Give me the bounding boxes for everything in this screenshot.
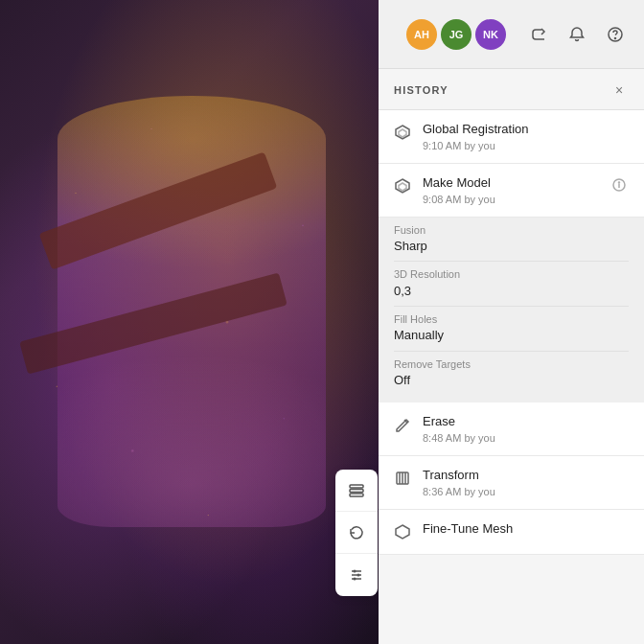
fill-holes-label: Fill Holes — [394, 312, 629, 327]
erase-icon — [394, 416, 413, 435]
chat-button[interactable] — [335, 470, 378, 512]
3d-viewport — [0, 0, 379, 644]
bell-icon[interactable] — [564, 21, 590, 48]
svg-marker-22 — [396, 525, 409, 539]
global-registration-subtitle: 9:10 AM by you — [423, 140, 629, 151]
transform-icon — [394, 470, 413, 489]
detail-fill-holes: Fill Holes Manually — [394, 307, 629, 352]
history-button[interactable] — [335, 512, 378, 554]
history-item-global-registration[interactable]: Global Registration 9:10 AM by you — [379, 110, 644, 164]
make-model-content: Make Model 9:08 AM by you — [423, 175, 600, 205]
erase-title: Erase — [423, 414, 629, 430]
fill-holes-value: Manually — [394, 327, 629, 344]
erase-content: Erase 8:48 AM by you — [423, 414, 629, 444]
history-item-make-model[interactable]: Make Model 9:08 AM by you — [379, 164, 644, 218]
svg-point-10 — [615, 37, 616, 38]
make-model-details: Fusion Sharp 3D Resolution 0,3 Fill Hole… — [379, 218, 644, 402]
header-bar: AH JG NK — [379, 0, 644, 69]
fusion-label: Fusion — [394, 223, 629, 238]
global-registration-icon — [394, 124, 413, 143]
help-icon[interactable] — [602, 21, 629, 48]
make-model-info-icon[interactable] — [610, 175, 629, 195]
3d-resolution-label: 3D Resolution — [394, 267, 629, 282]
transform-subtitle: 8:36 AM by you — [423, 486, 629, 497]
detail-3d-resolution: 3D Resolution 0,3 — [394, 262, 629, 307]
history-header: HISTORY × — [379, 69, 644, 110]
remove-targets-label: Remove Targets — [394, 357, 629, 372]
svg-point-7 — [357, 574, 360, 577]
global-registration-content: Global Registration 9:10 AM by you — [423, 122, 629, 151]
detail-remove-targets: Remove Targets Off — [394, 352, 629, 396]
fine-tune-mesh-icon — [394, 523, 413, 542]
avatar-nk[interactable]: NK — [475, 19, 506, 50]
make-model-subtitle: 9:08 AM by you — [423, 194, 600, 205]
fine-tune-mesh-content: Fine-Tune Mesh — [423, 521, 629, 538]
avatar-group: AH JG NK — [406, 19, 506, 50]
svg-point-8 — [354, 578, 356, 581]
svg-marker-12 — [399, 129, 406, 137]
history-panel: HISTORY × Global Registration 9:10 AM by… — [379, 69, 644, 644]
sliders-button[interactable] — [335, 554, 378, 596]
history-title: HISTORY — [394, 84, 448, 96]
avatar-jg[interactable]: JG — [441, 19, 472, 50]
close-button[interactable]: × — [610, 80, 629, 100]
fine-tune-mesh-title: Fine-Tune Mesh — [423, 521, 629, 538]
3d-resolution-value: 0,3 — [394, 283, 629, 300]
svg-marker-14 — [399, 183, 406, 191]
make-model-icon — [394, 177, 413, 196]
global-registration-title: Global Registration — [423, 122, 629, 138]
avatar-ah[interactable]: AH — [406, 19, 437, 50]
history-item-erase[interactable]: Erase 8:48 AM by you — [379, 402, 644, 456]
remove-targets-value: Off — [394, 372, 629, 389]
history-item-transform[interactable]: Transform 8:36 AM by you — [379, 456, 644, 510]
erase-subtitle: 8:48 AM by you — [423, 432, 629, 444]
svg-point-17 — [619, 182, 620, 183]
transform-title: Transform — [423, 468, 629, 484]
left-toolbar — [335, 470, 378, 596]
svg-rect-2 — [350, 494, 363, 496]
svg-rect-0 — [350, 485, 363, 488]
transform-content: Transform 8:36 AM by you — [423, 468, 629, 497]
make-model-title: Make Model — [423, 175, 600, 192]
share-icon[interactable] — [525, 21, 552, 48]
svg-point-6 — [354, 570, 356, 573]
fusion-value: Sharp — [394, 238, 629, 255]
svg-rect-1 — [350, 489, 363, 492]
history-item-fine-tune-mesh[interactable]: Fine-Tune Mesh — [379, 510, 644, 555]
detail-fusion: Fusion Sharp — [394, 218, 629, 263]
